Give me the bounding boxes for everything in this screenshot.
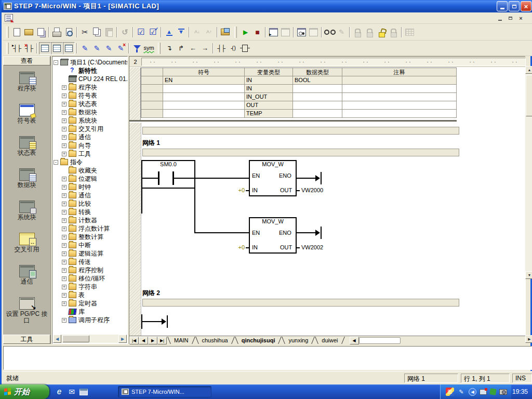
bookmark-toggle-button[interactable] bbox=[352, 26, 364, 38]
line-down-button[interactable]: ↴ bbox=[163, 42, 175, 55]
tree-data-block[interactable]: + 数据块 bbox=[54, 108, 127, 116]
bookmark-previous-button[interactable] bbox=[388, 26, 400, 38]
cell-datatype[interactable] bbox=[293, 85, 342, 93]
line-up-button[interactable]: ↱ bbox=[175, 42, 187, 55]
nav-program-block[interactable]: 程序块 bbox=[4, 72, 50, 104]
nav-data-block[interactable]: 数据块 bbox=[4, 168, 50, 201]
tab-qinchujisuqi[interactable]: qinchujisuqi bbox=[234, 337, 282, 344]
tab-scrollbar-track[interactable] bbox=[359, 337, 401, 344]
viewbar-footer-tools[interactable]: 工具 bbox=[3, 335, 50, 344]
tree-program-control[interactable]: + 程序控制 bbox=[54, 266, 127, 274]
tree-expand-toggle[interactable]: + bbox=[62, 85, 66, 90]
tree-expand-toggle[interactable]: + bbox=[62, 102, 66, 107]
tab-main[interactable]: MAIN bbox=[167, 337, 195, 344]
tree-expand-toggle[interactable]: + bbox=[62, 301, 66, 306]
program-status-button[interactable] bbox=[268, 26, 280, 38]
row-header[interactable] bbox=[141, 85, 163, 93]
show-desktop-icon[interactable] bbox=[79, 389, 88, 395]
tree-timers[interactable]: + 定时器 bbox=[54, 299, 127, 308]
bookmark-all-button[interactable] bbox=[404, 26, 416, 38]
save-project-button[interactable] bbox=[35, 26, 47, 38]
menu-edit[interactable] bbox=[25, 17, 35, 20]
cut-button[interactable]: ✂ bbox=[79, 26, 91, 38]
nav-status-table[interactable]: 状态表 bbox=[4, 136, 50, 168]
next-tab-icon[interactable]: ▶ bbox=[148, 337, 157, 344]
tree-expand-toggle[interactable]: - bbox=[54, 60, 58, 65]
tab-scroll-left-icon[interactable]: ◀ bbox=[350, 337, 359, 344]
tree-communication[interactable]: + 通信 bbox=[54, 133, 127, 141]
menu-debug[interactable] bbox=[54, 17, 63, 20]
cell-datatype[interactable]: BOOL bbox=[293, 76, 342, 85]
tree-convert[interactable]: + 转换 bbox=[54, 208, 127, 216]
line-left-button[interactable]: ← bbox=[187, 42, 199, 55]
cell-comment[interactable] bbox=[342, 85, 457, 93]
tree-expand-toggle[interactable]: + bbox=[62, 210, 66, 215]
download-button[interactable]: ▼ bbox=[175, 26, 187, 38]
bookmark-next-button[interactable] bbox=[364, 26, 376, 38]
tree-symbol-table[interactable]: + 符号表 bbox=[54, 91, 127, 100]
previous-tab-icon[interactable]: ◀ bbox=[139, 337, 148, 344]
menu-view[interactable] bbox=[35, 17, 44, 20]
view-grid-button[interactable] bbox=[63, 42, 75, 55]
cell-datatype[interactable] bbox=[293, 93, 342, 101]
tree-compare[interactable]: + 比较 bbox=[54, 200, 127, 208]
sort-descending-button[interactable]: A↑ bbox=[203, 26, 215, 38]
tree-expand-toggle[interactable]: + bbox=[62, 202, 66, 206]
tree-expand-toggle[interactable] bbox=[62, 168, 66, 173]
menu-plc[interactable] bbox=[44, 17, 54, 20]
menu-tools[interactable] bbox=[63, 17, 72, 20]
run-button[interactable]: ▶ bbox=[240, 26, 251, 38]
cell-vartype[interactable]: IN bbox=[245, 76, 293, 85]
cell-datatype[interactable] bbox=[293, 101, 342, 110]
start-button[interactable]: 开始 bbox=[0, 384, 49, 399]
tree-table[interactable]: + 表 bbox=[54, 291, 127, 299]
tree-expand-toggle[interactable]: + bbox=[62, 227, 66, 231]
taskbar-clock[interactable]: 19:35 bbox=[512, 388, 532, 395]
scroll-right-icon[interactable]: ▶ bbox=[525, 335, 532, 343]
tree-expand-toggle[interactable]: + bbox=[62, 285, 66, 289]
chart-status-button[interactable] bbox=[296, 26, 308, 38]
tree-bit-logic[interactable]: + 位逻辑 bbox=[54, 175, 127, 183]
tree-expand-toggle[interactable]: + bbox=[62, 94, 66, 98]
tree-system-block[interactable]: + 系统块 bbox=[54, 116, 127, 125]
tree-horizontal-scrollbar[interactable]: ◀ ▶ bbox=[53, 335, 127, 343]
insert-contact-button[interactable]: ┤├ bbox=[215, 42, 227, 55]
last-tab-icon[interactable]: ▶| bbox=[157, 337, 167, 344]
in-constant[interactable]: +0 bbox=[232, 187, 245, 193]
tree-expand-toggle[interactable]: + bbox=[62, 268, 66, 273]
network1-comment-field[interactable] bbox=[142, 149, 459, 156]
insert-box-button[interactable] bbox=[239, 42, 251, 55]
tree-status-table[interactable]: + 状态表 bbox=[54, 100, 127, 108]
print-button[interactable] bbox=[51, 26, 63, 38]
tree-counters[interactable]: + 计数器 bbox=[54, 216, 127, 224]
pen-tray-icon[interactable]: ✎ bbox=[457, 388, 466, 396]
tree-string[interactable]: + 字符串 bbox=[54, 283, 127, 291]
symbolic-addressing-button[interactable]: sym bbox=[143, 42, 155, 55]
tree-expand-toggle[interactable]: + bbox=[62, 318, 66, 323]
nav-communication[interactable]: 通信 bbox=[4, 265, 50, 297]
cell-vartype[interactable]: TEMP bbox=[245, 110, 293, 118]
pause-program-status-button[interactable] bbox=[280, 26, 291, 38]
nav-cross-reference[interactable]: 交叉引用 bbox=[4, 233, 50, 265]
menu-help[interactable] bbox=[82, 17, 91, 20]
status-read-button[interactable] bbox=[324, 26, 336, 38]
output-window[interactable] bbox=[3, 346, 532, 370]
tree-expand-toggle[interactable]: + bbox=[62, 293, 66, 298]
scrollbar-thumb[interactable] bbox=[526, 75, 532, 116]
editor-vertical-scrollbar[interactable]: ▲ ▼ bbox=[525, 66, 532, 279]
cell-vartype[interactable]: IN bbox=[245, 85, 293, 93]
cell-comment[interactable] bbox=[342, 93, 457, 101]
tab-chushihua[interactable]: chushihua bbox=[195, 337, 234, 344]
line-right-button[interactable]: → bbox=[199, 42, 211, 55]
tree-expand-toggle[interactable]: + bbox=[62, 177, 66, 181]
cell-symbol[interactable] bbox=[163, 85, 245, 93]
tree-expand-toggle[interactable]: + bbox=[62, 127, 66, 131]
tree-expand-toggle[interactable]: + bbox=[62, 135, 66, 140]
tree-expand-toggle[interactable]: + bbox=[62, 143, 66, 148]
tree-expand-toggle[interactable]: + bbox=[62, 243, 66, 248]
menu-window[interactable] bbox=[72, 17, 82, 20]
tree-expand-toggle[interactable]: + bbox=[62, 118, 66, 123]
tree-logical-ops[interactable]: + 逻辑运算 bbox=[54, 249, 127, 258]
tree-expand-toggle[interactable]: + bbox=[62, 110, 66, 115]
tree-favorites[interactable]: 收藏夹 bbox=[54, 166, 127, 175]
